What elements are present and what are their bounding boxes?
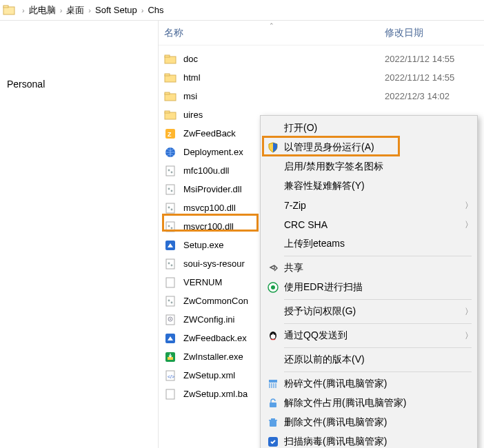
context-menu-label: 共享 (284, 262, 473, 274)
svg-point-15 (171, 171, 173, 173)
file-name: html (183, 72, 385, 83)
svg-rect-49 (270, 403, 276, 407)
context-menu-item[interactable]: 使用EDR进行扫描 (261, 278, 477, 297)
context-menu-item[interactable]: 还原以前的版本(V) (261, 350, 477, 369)
column-header-name[interactable]: 名称 (164, 27, 385, 39)
svg-rect-26 (166, 259, 174, 269)
svg-rect-9 (165, 111, 170, 113)
context-menu-item[interactable]: 解除文件占用(腾讯电脑管家) (261, 394, 477, 413)
svg-rect-3 (165, 55, 170, 57)
svg-rect-48 (269, 380, 277, 383)
breadcrumb-separator: › (141, 6, 144, 14)
dll-icon (164, 258, 177, 270)
svg-rect-1 (3, 6, 8, 8)
file-row[interactable]: html2022/11/12 14:55 (159, 68, 484, 87)
edr-icon (265, 281, 281, 294)
folder-icon (164, 90, 177, 103)
dll-icon (164, 221, 177, 233)
file-row[interactable]: msi2022/12/3 14:02 (159, 87, 484, 105)
svg-point-31 (168, 299, 170, 301)
svg-point-24 (171, 227, 173, 229)
context-menu-item[interactable]: 兼容性疑难解答(Y) (261, 176, 477, 196)
context-menu-label: 兼容性疑难解答(Y) (284, 180, 473, 192)
context-menu-item[interactable]: 删除文件(腾讯电脑管家) (261, 413, 477, 432)
breadcrumb[interactable]: › 此电脑 › 桌面 › Soft Setup › Chs (0, 0, 484, 21)
context-menu-label: 扫描病毒(腾讯电脑管家) (284, 436, 473, 448)
breadcrumb-item[interactable]: 桌面 (66, 4, 84, 17)
file-date: 2022/11/12 14:55 (385, 72, 484, 83)
ini-icon (164, 314, 177, 326)
context-menu-label: 启用/禁用数字签名图标 (284, 161, 473, 173)
breadcrumb-item[interactable]: Soft Setup (95, 5, 137, 15)
file-row[interactable]: doc2022/11/12 14:55 (159, 50, 484, 68)
svg-point-21 (171, 208, 173, 210)
context-menu-separator (284, 299, 472, 300)
chevron-right-icon: 〉 (465, 219, 473, 231)
breadcrumb-item[interactable]: Chs (148, 5, 163, 15)
navigation-pane[interactable]: Personal (0, 21, 159, 448)
svg-rect-51 (271, 418, 275, 420)
shred-icon (265, 378, 281, 390)
file-date: 2022/12/3 14:02 (385, 91, 484, 101)
svg-rect-22 (166, 222, 174, 232)
context-menu-item[interactable]: 扫描病毒(腾讯电脑管家) (261, 432, 477, 448)
share-icon (265, 262, 281, 274)
dll-icon (164, 295, 177, 307)
breadcrumb-separator: › (22, 6, 25, 14)
context-menu-item[interactable]: 打开(O) (261, 119, 477, 138)
context-menu-separator (284, 371, 472, 372)
context-menu-item[interactable]: CRC SHA〉 (261, 215, 477, 234)
svg-point-46 (271, 334, 272, 335)
context-menu-separator (284, 323, 472, 324)
breadcrumb-item[interactable]: 此电脑 (29, 4, 56, 17)
breadcrumb-separator: › (60, 6, 63, 14)
svg-text:</>: </> (168, 374, 174, 379)
context-menu-label: 还原以前的版本(V) (284, 354, 473, 366)
file-name: msi (183, 91, 385, 101)
dll-icon (164, 165, 177, 177)
nav-item-personal[interactable]: Personal (0, 76, 158, 92)
context-menu-item[interactable]: 启用/禁用数字签名图标 (261, 157, 477, 176)
context-menu-label: 粉碎文件(腾讯电脑管家) (284, 378, 473, 390)
breadcrumb-separator: › (88, 6, 91, 14)
svg-point-20 (168, 206, 170, 208)
context-menu-label: 解除文件占用(腾讯电脑管家) (284, 397, 473, 409)
file-icon (164, 388, 177, 400)
exe-setup-icon (164, 332, 177, 345)
context-menu-item[interactable]: 授予访问权限(G)〉 (261, 302, 477, 321)
context-menu-item[interactable]: 共享 (261, 258, 477, 278)
svg-point-27 (168, 262, 170, 264)
context-menu-label: 通过QQ发送到 (284, 329, 465, 342)
svg-rect-52 (269, 420, 277, 421)
context-menu-item[interactable]: 以管理员身份运行(A) (261, 138, 477, 157)
context-menu-label: 上传到eteams (284, 238, 473, 250)
exe-setup-icon (164, 239, 177, 252)
context-menu-item[interactable]: 粉碎文件(腾讯电脑管家) (261, 374, 477, 394)
svg-point-14 (168, 169, 170, 171)
context-menu-item[interactable]: 上传到eteams (261, 234, 477, 254)
svg-point-23 (168, 225, 170, 227)
unlock-icon (265, 397, 281, 409)
dll-icon (164, 202, 177, 214)
context-menu-label: CRC SHA (284, 219, 465, 230)
column-header-date[interactable]: 修改日期 (385, 27, 484, 39)
svg-text:Z: Z (168, 131, 172, 138)
svg-point-35 (170, 318, 171, 320)
xml-icon: </> (164, 369, 177, 382)
svg-point-17 (168, 187, 170, 190)
context-menu[interactable]: 打开(O)以管理员身份运行(A)启用/禁用数字签名图标兼容性疑难解答(Y)7-Z… (260, 115, 478, 448)
file-date: 2022/11/12 14:55 (385, 54, 484, 64)
file-icon (164, 276, 177, 289)
chevron-right-icon: 〉 (465, 330, 473, 342)
context-menu-label: 以管理员身份运行(A) (284, 141, 473, 154)
column-header-row[interactable]: ⌃ 名称 修改日期 (159, 21, 484, 45)
delete-icon (265, 416, 281, 429)
exe-zw-icon: Z (164, 128, 177, 140)
svg-point-28 (171, 264, 173, 266)
context-menu-item[interactable]: 7-Zip〉 (261, 196, 477, 215)
dll-icon (164, 183, 177, 196)
exe-inst-icon (164, 351, 177, 363)
svg-rect-13 (166, 166, 174, 176)
context-menu-separator (284, 256, 472, 256)
context-menu-item[interactable]: 通过QQ发送到〉 (261, 326, 477, 345)
